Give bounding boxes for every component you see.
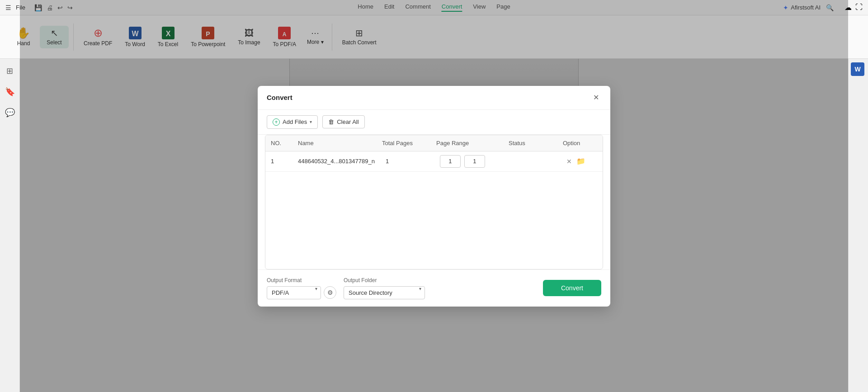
modal-footer: Output Format PDF/A PDF Word Excel PPT I…: [258, 269, 610, 307]
sidebar-comment-icon[interactable]: 💬: [3, 106, 17, 119]
add-files-label: Add Files: [283, 118, 307, 125]
cell-option: ✕ 📁: [561, 157, 603, 165]
folder-select-wrapper: Source Directory Custom... ▾: [344, 286, 425, 299]
cell-total-pages: 1: [380, 158, 434, 165]
col-header-option: Option: [557, 140, 603, 146]
format-select-wrapper: PDF/A PDF Word Excel PPT Image ▾ ⚙: [267, 286, 336, 299]
add-files-plus-icon: +: [273, 118, 280, 126]
modal-header: Convert ✕: [258, 86, 610, 110]
cell-name: 448640532_4...801347789_n: [292, 158, 380, 165]
table-header: NO. Name Total Pages Page Range Status O…: [265, 135, 603, 151]
clear-all-label: Clear All: [337, 118, 359, 125]
output-folder-label: Output Folder: [344, 277, 425, 283]
left-sidebar: ⊞ 🔖 💬: [0, 59, 20, 392]
col-header-status: Status: [503, 140, 557, 146]
word-badge-icon: W: [851, 62, 864, 76]
page-from-input[interactable]: [440, 155, 461, 168]
col-header-page-range: Page Range: [431, 140, 503, 146]
option-icons: ✕ 📁: [566, 157, 601, 165]
col-header-no: NO.: [265, 140, 292, 146]
format-select[interactable]: PDF/A PDF Word Excel PPT Image: [267, 286, 321, 299]
remove-file-icon[interactable]: ✕: [566, 158, 572, 165]
sidebar-bookmark-icon[interactable]: 🔖: [3, 85, 17, 99]
cell-no: 1: [265, 158, 292, 165]
convert-button[interactable]: Convert: [543, 280, 601, 296]
format-settings-icon[interactable]: ⚙: [324, 286, 336, 299]
col-header-name: Name: [292, 140, 377, 146]
hamburger-icon[interactable]: ☰: [5, 4, 11, 11]
clear-all-icon: 🗑: [328, 118, 334, 125]
output-format-section: Output Format PDF/A PDF Word Excel PPT I…: [267, 277, 336, 299]
modal-toolbar: + Add Files ▾ 🗑 Clear All: [258, 110, 610, 135]
page-range-inputs: [440, 155, 501, 168]
col-header-total-pages: Total Pages: [377, 140, 431, 146]
add-files-chevron-icon: ▾: [310, 119, 312, 124]
maximize-icon[interactable]: ⛶: [855, 3, 863, 12]
folder-select[interactable]: Source Directory Custom...: [344, 286, 425, 299]
clear-all-button[interactable]: 🗑 Clear All: [322, 115, 364, 128]
output-folder-section: Output Folder Source Directory Custom...…: [344, 277, 425, 299]
modal-close-button[interactable]: ✕: [590, 92, 601, 103]
open-folder-icon[interactable]: 📁: [576, 157, 585, 165]
right-sidebar: W ⊡: [848, 59, 868, 392]
modal-overlay: Convert ✕ + Add Files ▾ 🗑 Clear All NO. …: [20, 0, 848, 392]
output-format-label: Output Format: [267, 277, 336, 283]
table-row: 1 448640532_4...801347789_n 1 ✕ 📁: [265, 151, 603, 172]
file-table: NO. Name Total Pages Page Range Status O…: [265, 135, 603, 269]
sidebar-thumbnail-icon[interactable]: ⊞: [5, 64, 15, 78]
page-to-input[interactable]: [464, 155, 485, 168]
table-body: 1 448640532_4...801347789_n 1 ✕ 📁: [265, 151, 603, 269]
convert-modal: Convert ✕ + Add Files ▾ 🗑 Clear All NO. …: [258, 86, 610, 307]
add-files-button[interactable]: + Add Files ▾: [267, 115, 318, 129]
modal-title: Convert: [267, 94, 292, 101]
cell-page-range: [434, 155, 507, 168]
